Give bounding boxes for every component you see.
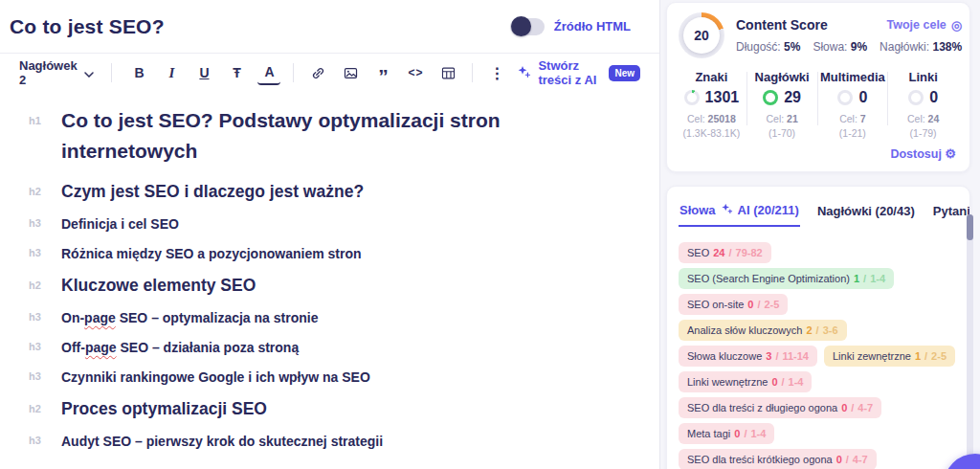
underline-icon[interactable]: U: [192, 60, 215, 85]
your-goals-link[interactable]: Twoje cele ◎: [887, 18, 963, 33]
source-html-toggle[interactable]: Źródło HTML: [510, 18, 631, 35]
toolbar-divider: [472, 63, 473, 82]
outline-row-h3: h3Audyt SEO – pierwszy krok do skuteczne…: [29, 433, 640, 450]
toggle-knob[interactable]: [511, 16, 531, 36]
terms-tab-0[interactable]: SłowaAI (20/211): [679, 202, 800, 227]
ai-button-label: Stwórz treści z AI: [538, 58, 602, 87]
heading-text[interactable]: Definicja i cel SEO: [61, 215, 179, 233]
heading-level-gutter: h1: [29, 105, 61, 126]
score-stats: Długość: 5%Słowa: 9%Nagłówki: 138%: [736, 40, 962, 54]
content-score-card: 20 Content Score Twoje cele ◎ Długość: 5…: [666, 2, 970, 172]
spellcheck-underline: page: [85, 340, 117, 355]
chevron-down-icon: [84, 66, 94, 80]
keyword-chip[interactable]: SEO (Search Engine Optimization)1/1-4: [679, 268, 894, 289]
block-format-label: Nagłówek 2: [19, 58, 78, 87]
metric-linki: Linki0Cel: 24(1-79): [890, 70, 956, 139]
keyword-chip[interactable]: Linki zewnętrzne1/2-5: [824, 346, 955, 367]
document-title[interactable]: Co to jest SEO?: [10, 15, 510, 38]
panel-scrollbar-thumb[interactable]: [967, 214, 973, 240]
app: Co to jest SEO? Źródło HTML Nagłówek 2 B…: [0, 0, 980, 469]
terms-tab-1[interactable]: Nagłówki (20/43): [816, 202, 916, 227]
metric-znaki: Znaki1301Cel: 25018(1.3K-83.1K): [679, 70, 745, 139]
content-score-value: 20: [694, 28, 709, 43]
target-icon: ◎: [951, 18, 962, 33]
new-badge: New: [609, 65, 640, 81]
link-icon[interactable]: [306, 60, 329, 85]
metric-divider: [887, 72, 888, 125]
keyword-chip[interactable]: Linki wewnętrzne0/1-4: [679, 371, 812, 392]
heading-text[interactable]: Czynniki rankingowe Google i ich wpływ n…: [61, 368, 370, 386]
metrics-row: Znaki1301Cel: 25018(1.3K-83.1K)Nagłówki2…: [679, 70, 956, 139]
heading-text[interactable]: On-page SEO – optymalizacja na stronie: [61, 309, 318, 326]
terms-tab-2[interactable]: Pytania (2/11): [932, 202, 970, 227]
sparkle-icon: [517, 64, 531, 81]
document-outline: h1Co to jest SEO? Podstawy optymalizacji…: [0, 92, 659, 450]
heading-level-gutter: h3: [29, 215, 61, 229]
formatting-toolbar: Nagłówek 2 BIUŦA”<>⋮ Stwórz treści z AI …: [0, 54, 659, 92]
image-icon[interactable]: [339, 60, 362, 85]
metric-ring-icon: [763, 90, 778, 105]
outline-row-h3: h3Różnica między SEO a pozycjonowaniem s…: [29, 245, 640, 262]
score-stat: Nagłówki: 138%: [880, 40, 962, 54]
gear-icon: ⚙: [945, 146, 956, 161]
outline-row-h3: h3Off-page SEO – działania poza stroną: [29, 339, 640, 356]
keyword-chip[interactable]: Słowa kluczowe3/11-14: [679, 346, 817, 367]
text-color-icon[interactable]: A: [257, 60, 280, 85]
metric-ring-icon: [837, 90, 853, 105]
terms-tabs: SłowaAI (20/211)Nagłówki (20/43)Pytania …: [679, 202, 958, 227]
metric-nagłówki: Nagłówki29Cel: 21(1-70): [749, 70, 815, 139]
heading-level-gutter: h2: [29, 275, 61, 291]
panel-scrollbar-track: [967, 214, 973, 469]
terms-card: SłowaAI (20/211)Nagłówki (20/43)Pytania …: [666, 186, 970, 469]
content-score-gauge: 20: [679, 12, 724, 58]
adjust-link[interactable]: Dostosuj ⚙: [890, 147, 956, 161]
keyword-chip[interactable]: SEO24/79-82: [679, 242, 771, 263]
editor-header: Co to jest SEO? Źródło HTML: [0, 0, 659, 54]
heading-text[interactable]: Proces optymalizacji SEO: [61, 398, 267, 420]
heading-text[interactable]: Kluczowe elementy SEO: [61, 275, 256, 297]
keyword-chip[interactable]: SEO on-site0/2-5: [679, 294, 788, 315]
strikethrough-icon[interactable]: Ŧ: [225, 60, 248, 85]
spellcheck-underline: page: [84, 310, 116, 325]
more-options-icon[interactable]: ⋮: [485, 60, 508, 85]
italic-icon[interactable]: I: [160, 60, 183, 85]
keyword-chips: SEO24/79-82SEO (Search Engine Optimizati…: [679, 242, 958, 469]
heading-text[interactable]: Co to jest SEO? Podstawy optymalizacji s…: [61, 105, 616, 166]
heading-text[interactable]: Różnica między SEO a pozycjonowaniem str…: [61, 245, 362, 262]
toolbar-divider: [293, 63, 294, 82]
block-format-select[interactable]: Nagłówek 2: [13, 55, 100, 91]
table-icon[interactable]: [436, 60, 459, 85]
adjust-label: Dostosuj: [890, 147, 941, 161]
outline-row-h2: h2Kluczowe elementy SEO: [29, 275, 640, 297]
heading-level-gutter: h3: [29, 245, 61, 258]
keyword-chip[interactable]: SEO dla treści krótkiego ogona0/4-7: [679, 449, 877, 469]
metric-multimedia: Multimedia0Cel: 7(1-21): [820, 70, 886, 139]
score-stat: Długość: 5%: [736, 40, 800, 54]
quote-icon[interactable]: ”: [371, 60, 394, 85]
heading-text[interactable]: Audyt SEO – pierwszy krok do skutecznej …: [61, 433, 383, 450]
keyword-chip[interactable]: Analiza słów kluczowych2/3-6: [679, 320, 847, 341]
heading-text[interactable]: Czym jest SEO i dlaczego jest ważne?: [61, 181, 364, 203]
keyword-chip[interactable]: Meta tagi0/1-4: [679, 423, 774, 444]
heading-level-gutter: h3: [29, 339, 61, 352]
heading-level-gutter: h3: [29, 433, 61, 446]
toggle-track[interactable]: [510, 18, 545, 35]
toolbar-divider: [111, 63, 112, 82]
source-html-label: Źródło HTML: [554, 19, 631, 34]
metric-divider: [746, 72, 747, 125]
metric-ring-icon: [908, 90, 924, 105]
heading-level-gutter: h2: [29, 181, 61, 197]
metric-ring-icon: [684, 90, 700, 105]
create-ai-content-button[interactable]: Stwórz treści z AI New: [517, 58, 640, 87]
heading-level-gutter: h2: [29, 398, 61, 414]
score-stat: Słowa: 9%: [813, 40, 867, 54]
code-icon[interactable]: <>: [404, 60, 427, 85]
your-goals-label: Twoje cele: [887, 18, 947, 32]
outline-row-h3: h3On-page SEO – optymalizacja na stronie: [29, 309, 640, 326]
heading-text[interactable]: Off-page SEO – działania poza stroną: [61, 339, 299, 356]
toolbar-icons: BIUŦA”<>⋮: [122, 60, 513, 85]
outline-row-h1: h1Co to jest SEO? Podstawy optymalizacji…: [29, 105, 640, 166]
outline-row-h3: h3Definicja i cel SEO: [29, 215, 640, 233]
keyword-chip[interactable]: SEO dla treści z długiego ogona0/4-7: [679, 397, 881, 418]
bold-icon[interactable]: B: [127, 60, 150, 85]
